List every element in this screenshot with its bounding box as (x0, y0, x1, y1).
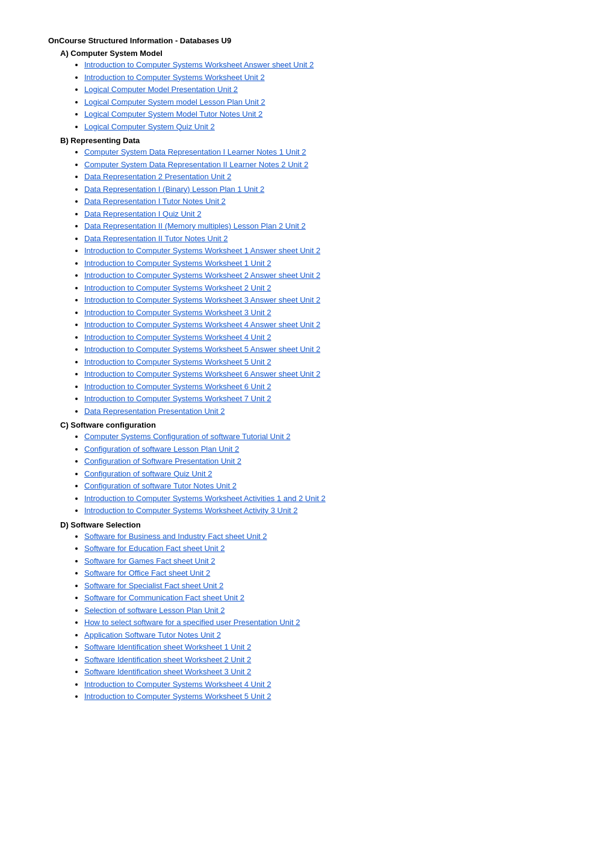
list-item-link[interactable]: Application Software Tutor Notes Unit 2 (84, 630, 221, 639)
list-item: Logical Computer Model Presentation Unit… (84, 84, 566, 96)
list-item: Software for Communication Fact sheet Un… (84, 592, 566, 604)
list-item-link[interactable]: Software for Communication Fact sheet Un… (84, 593, 244, 602)
list-item-link[interactable]: Introduction to Computer Systems Workshe… (84, 680, 271, 689)
list-item: Introduction to Computer Systems Workshe… (84, 257, 566, 269)
page-container: OnCourse Structured Information - Databa… (48, 36, 566, 703)
list-item-link[interactable]: How to select software for a specified u… (84, 618, 300, 627)
list-item-link[interactable]: Introduction to Computer Systems Workshe… (84, 271, 320, 280)
list-item-link[interactable]: Introduction to Computer Systems Workshe… (84, 394, 271, 403)
list-item: Data Representation II Tutor Notes Unit … (84, 233, 566, 245)
section-list-b: Computer System Data Representation I Le… (84, 146, 566, 417)
list-item: Data Representation II (Memory multiples… (84, 220, 566, 232)
list-item: Application Software Tutor Notes Unit 2 (84, 629, 566, 641)
section-header-a: A) Computer System Model (60, 49, 566, 58)
section-list-d: Software for Business and Industry Fact … (84, 531, 566, 703)
list-item: Software for Business and Industry Fact … (84, 531, 566, 543)
page-title: OnCourse Structured Information - Databa… (48, 36, 566, 45)
section-a: A) Computer System ModelIntroduction to … (48, 49, 566, 132)
list-item-link[interactable]: Software Identification sheet Worksheet … (84, 642, 251, 651)
section-list-a: Introduction to Computer Systems Workshe… (84, 59, 566, 132)
section-header-c: C) Software configuration (60, 420, 566, 429)
list-item-link[interactable]: Configuration of software Lesson Plan Un… (84, 445, 239, 454)
list-item-link[interactable]: Introduction to Computer Systems Workshe… (84, 369, 320, 378)
list-item-link[interactable]: Data Representation 2 Presentation Unit … (84, 172, 231, 181)
list-item-link[interactable]: Introduction to Computer Systems Workshe… (84, 308, 271, 317)
list-item: Data Representation I Quiz Unit 2 (84, 208, 566, 220)
list-item-link[interactable]: Configuration of software Quiz Unit 2 (84, 469, 212, 478)
list-item-link[interactable]: Computer System Data Representation I Le… (84, 147, 306, 156)
list-item-link[interactable]: Data Representation I (Binary) Lesson Pl… (84, 185, 264, 194)
list-item: Introduction to Computer Systems Workshe… (84, 269, 566, 282)
list-item: Introduction to Computer Systems Workshe… (84, 343, 566, 356)
list-item: Introduction to Computer Systems Workshe… (84, 679, 566, 691)
section-c: C) Software configurationComputer System… (48, 420, 566, 517)
list-item-link[interactable]: Introduction to Computer Systems Workshe… (84, 320, 320, 329)
section-header-d: D) Software Selection (60, 520, 566, 529)
list-item-link[interactable]: Introduction to Computer Systems Workshe… (84, 382, 271, 391)
list-item: Configuration of software Quiz Unit 2 (84, 468, 566, 480)
list-item: Introduction to Computer Systems Workshe… (84, 331, 566, 343)
list-item: Software Identification sheet Worksheet … (84, 641, 566, 653)
list-item: Introduction to Computer Systems Workshe… (84, 393, 566, 405)
list-item-link[interactable]: Selection of software Lesson Plan Unit 2 (84, 606, 225, 615)
list-item: Introduction to Computer Systems Workshe… (84, 245, 566, 257)
list-item-link[interactable]: Computer System Data Representation II L… (84, 160, 308, 169)
list-item-link[interactable]: Software for Business and Industry Fact … (84, 532, 267, 541)
list-item-link[interactable]: Software for Education Fact sheet Unit 2 (84, 544, 225, 553)
list-item: Data Representation 2 Presentation Unit … (84, 171, 566, 183)
list-item: Software for Games Fact sheet Unit 2 (84, 555, 566, 567)
list-item-link[interactable]: Logical Computer System Quiz Unit 2 (84, 122, 215, 131)
list-item-link[interactable]: Data Representation I Quiz Unit 2 (84, 209, 201, 218)
section-b: B) Representing DataComputer System Data… (48, 136, 566, 417)
list-item-link[interactable]: Configuration of software Tutor Notes Un… (84, 481, 237, 490)
section-d: D) Software SelectionSoftware for Busine… (48, 520, 566, 703)
list-item: Introduction to Computer Systems Workshe… (84, 493, 566, 505)
list-item-link[interactable]: Logical Computer System Model Tutor Note… (84, 109, 262, 119)
list-item-link[interactable]: Data Representation II Tutor Notes Unit … (84, 234, 228, 243)
list-item: Software Identification sheet Worksheet … (84, 666, 566, 678)
list-item: Introduction to Computer Systems Workshe… (84, 505, 566, 517)
list-item-link[interactable]: Introduction to Computer Systems Workshe… (84, 494, 326, 503)
list-item-link[interactable]: Introduction to Computer Systems Workshe… (84, 333, 271, 342)
list-item-link[interactable]: Computer Systems Configuration of softwa… (84, 432, 290, 441)
list-item: How to select software for a specified u… (84, 617, 566, 629)
list-item-link[interactable]: Software Identification sheet Worksheet … (84, 667, 251, 676)
list-item: Introduction to Computer Systems Workshe… (84, 381, 566, 393)
list-item-link[interactable]: Logical Computer Model Presentation Unit… (84, 85, 238, 94)
list-item-link[interactable]: Introduction to Computer Systems Workshe… (84, 73, 265, 82)
list-item: Data Representation I (Binary) Lesson Pl… (84, 183, 566, 195)
list-item: Introduction to Computer Systems Workshe… (84, 319, 566, 331)
list-item-link[interactable]: Introduction to Computer Systems Workshe… (84, 357, 271, 366)
list-item-link[interactable]: Software for Office Fact sheet Unit 2 (84, 568, 210, 577)
section-header-b: B) Representing Data (60, 136, 566, 145)
list-item-link[interactable]: Configuration of Software Presentation U… (84, 457, 241, 466)
list-item-link[interactable]: Introduction to Computer Systems Workshe… (84, 283, 271, 292)
list-item-link[interactable]: Software for Games Fact sheet Unit 2 (84, 556, 215, 565)
section-list-c: Computer Systems Configuration of softwa… (84, 431, 566, 517)
list-item-link[interactable]: Software Identification sheet Worksheet … (84, 655, 251, 664)
list-item-link[interactable]: Introduction to Computer Systems Workshe… (84, 246, 320, 255)
list-item: Introduction to Computer Systems Workshe… (84, 72, 566, 84)
list-item: Software for Education Fact sheet Unit 2 (84, 543, 566, 555)
list-item: Introduction to Computer Systems Workshe… (84, 356, 566, 368)
list-item-link[interactable]: Data Representation II (Memory multiples… (84, 221, 306, 230)
list-item-link[interactable]: Data Representation Presentation Unit 2 (84, 407, 225, 416)
list-item: Computer System Data Representation II L… (84, 159, 566, 171)
list-item-link[interactable]: Introduction to Computer Systems Workshe… (84, 259, 271, 268)
list-item: Introduction to Computer Systems Workshe… (84, 691, 566, 703)
list-item-link[interactable]: Introduction to Computer Systems Workshe… (84, 60, 314, 69)
sections-container: A) Computer System ModelIntroduction to … (48, 49, 566, 703)
list-item-link[interactable]: Introduction to Computer Systems Workshe… (84, 295, 320, 304)
list-item: Software for Specialist Fact sheet Unit … (84, 580, 566, 592)
list-item-link[interactable]: Data Representation I Tutor Notes Unit 2 (84, 197, 226, 206)
list-item-link[interactable]: Introduction to Computer Systems Workshe… (84, 506, 298, 515)
list-item: Introduction to Computer Systems Workshe… (84, 59, 566, 71)
list-item: Introduction to Computer Systems Workshe… (84, 368, 566, 380)
list-item-link[interactable]: Introduction to Computer Systems Workshe… (84, 345, 320, 354)
list-item: Logical Computer System Model Tutor Note… (84, 108, 566, 120)
list-item: Introduction to Computer Systems Workshe… (84, 282, 566, 294)
list-item: Software Identification sheet Worksheet … (84, 654, 566, 666)
list-item-link[interactable]: Software for Specialist Fact sheet Unit … (84, 581, 223, 590)
list-item-link[interactable]: Introduction to Computer Systems Workshe… (84, 692, 271, 701)
list-item-link[interactable]: Logical Computer System model Lesson Pla… (84, 97, 265, 106)
